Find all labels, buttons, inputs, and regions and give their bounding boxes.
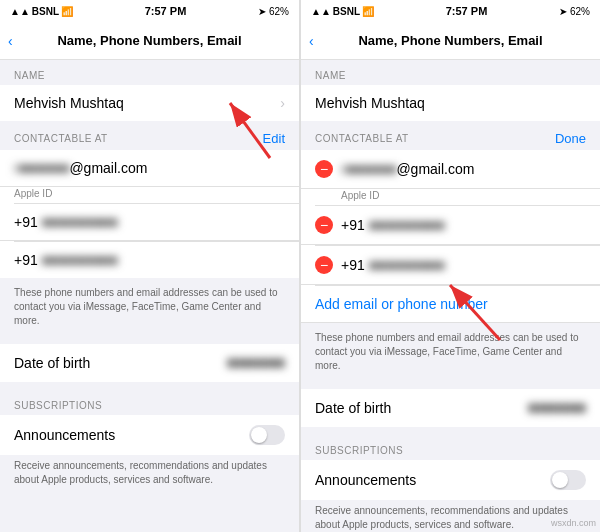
date-birth-row-left[interactable]: Date of birth ■■■■■■ [0, 344, 299, 382]
name-section-label-right: NAME [301, 60, 600, 85]
date-birth-row-right[interactable]: Date of birth ■■■■■■ [301, 389, 600, 427]
subs-card-right: Announcements [301, 460, 600, 500]
email-sublabel-left: Apple ID [0, 187, 299, 203]
phone1-prefix-right: +91 [341, 217, 365, 233]
subs-card-left: Announcements [0, 415, 299, 455]
right-icons-right: ➤ 62% [559, 6, 590, 17]
info-text-right: These phone numbers and email addresses … [301, 323, 600, 381]
date-birth-label-right: Date of birth [315, 400, 528, 416]
direction-icon-right: ➤ [559, 6, 567, 17]
subs-label-left: SUBSCRIPTIONS [0, 390, 299, 415]
wifi-icon-left: 📶 [61, 6, 73, 17]
signal-icon-right: ▲▲ [311, 6, 331, 17]
announcements-toggle-right[interactable] [550, 470, 586, 490]
back-button-right[interactable]: ‹ [309, 33, 314, 49]
email-blurred-right: r■■■■■■ [341, 161, 396, 177]
date-birth-value-right: ■■■■■■ [528, 399, 586, 417]
name-section-label-left: NAME [0, 60, 299, 85]
phone1-row-right[interactable]: +91 ■■■■■■■■■ [301, 206, 600, 245]
carrier-right: ▲▲ BSNL 📶 [311, 6, 374, 17]
panels-container: ▲▲ BSNL 📶 7:57 PM ➤ 62% ‹ Name, Phone Nu… [0, 0, 600, 532]
signal-icon-left: ▲▲ [10, 6, 30, 17]
name-value-left: Mehvish Mushtaq [14, 95, 280, 111]
date-birth-section-right: Date of birth ■■■■■■ [301, 389, 600, 427]
email-sublabel-right: Apple ID [301, 189, 600, 205]
contactable-card-left: r■■■■■■@gmail.com Apple ID +91 ■■■■■■■■■… [0, 150, 299, 278]
back-chevron-left: ‹ [8, 33, 13, 49]
watermark: wsxdn.com [551, 518, 596, 528]
announcements-toggle-left[interactable] [249, 425, 285, 445]
email-blurred-left: r■■■■■■ [14, 160, 69, 176]
contactable-label-right: CONTACTABLE AT [315, 133, 409, 144]
announcements-label-left: Announcements [14, 427, 249, 443]
battery-right: 62% [570, 6, 590, 17]
phone1-prefix-left: +91 [14, 214, 38, 230]
phone2-row-left[interactable]: +91 ■■■■■■■■■ [0, 242, 299, 278]
status-bar-right: ▲▲ BSNL 📶 7:57 PM ➤ 62% [301, 0, 600, 22]
phone2-blurred-left: ■■■■■■■■■ [42, 252, 118, 268]
subscriptions-section-left: SUBSCRIPTIONS Announcements Receive anno… [0, 390, 299, 493]
nav-title-right: Name, Phone Numbers, Email [358, 33, 542, 48]
info-text-left: These phone numbers and email addresses … [0, 278, 299, 336]
phone1-blurred-left: ■■■■■■■■■ [42, 214, 118, 230]
phone1-blurred-right: ■■■■■■■■■ [369, 217, 445, 233]
email-domain-left: @gmail.com [69, 160, 147, 176]
phone1-row-left[interactable]: +91 ■■■■■■■■■ [0, 204, 299, 241]
email-row-left[interactable]: r■■■■■■@gmail.com [0, 150, 299, 187]
name-chevron-left: › [280, 95, 285, 111]
carrier-left: ▲▲ BSNL 📶 [10, 6, 73, 17]
email-domain-right: @gmail.com [396, 161, 474, 177]
panel-right: ▲▲ BSNL 📶 7:57 PM ➤ 62% ‹ Name, Phone Nu… [300, 0, 600, 532]
phone2-prefix-left: +91 [14, 252, 38, 268]
name-row-right[interactable]: Mehvish Mushtaq [301, 85, 600, 121]
phone2-prefix-right: +91 [341, 257, 365, 273]
date-birth-section-left: Date of birth ■■■■■■ [0, 344, 299, 382]
name-value-right: Mehvish Mushtaq [315, 95, 586, 111]
phone2-row-right[interactable]: +91 ■■■■■■■■■ [301, 246, 600, 285]
announcements-label-right: Announcements [315, 472, 550, 488]
date-birth-value-left: ■■■■■■ [227, 354, 285, 372]
announcements-desc-left: Receive announcements, recommendations a… [0, 455, 299, 493]
nav-bar-left: ‹ Name, Phone Numbers, Email [0, 22, 299, 60]
add-email-phone-link[interactable]: Add email or phone number [301, 286, 600, 323]
phone2-minus-icon[interactable] [315, 256, 333, 274]
direction-icon-left: ➤ [258, 6, 266, 17]
panel-left: ▲▲ BSNL 📶 7:57 PM ➤ 62% ‹ Name, Phone Nu… [0, 0, 300, 532]
date-birth-label-left: Date of birth [14, 355, 227, 371]
back-chevron-right: ‹ [309, 33, 314, 49]
phone2-blurred-right: ■■■■■■■■■ [369, 257, 445, 273]
back-button-left[interactable]: ‹ [8, 33, 13, 49]
done-button-right[interactable]: Done [555, 131, 586, 146]
right-icons-left: ➤ 62% [258, 6, 289, 17]
contactable-card-right: r■■■■■■@gmail.com Apple ID +91 ■■■■■■■■■ [301, 150, 600, 323]
time-right: 7:57 PM [446, 5, 488, 17]
contactable-label-left: CONTACTABLE AT [14, 133, 108, 144]
name-card-right: Mehvish Mushtaq [301, 85, 600, 121]
battery-left: 62% [269, 6, 289, 17]
status-bar-left: ▲▲ BSNL 📶 7:57 PM ➤ 62% [0, 0, 299, 22]
announcements-row-left: Announcements [0, 415, 299, 455]
email-minus-icon[interactable] [315, 160, 333, 178]
name-card-left: Mehvish Mushtaq › [0, 85, 299, 121]
contactable-header-left: CONTACTABLE AT Edit [0, 121, 299, 150]
nav-bar-right: ‹ Name, Phone Numbers, Email [301, 22, 600, 60]
announcements-row-right: Announcements [301, 460, 600, 500]
edit-button-left[interactable]: Edit [263, 131, 285, 146]
subs-label-right: SUBSCRIPTIONS [301, 435, 600, 460]
name-row-left[interactable]: Mehvish Mushtaq › [0, 85, 299, 121]
email-row-right[interactable]: r■■■■■■@gmail.com [301, 150, 600, 189]
time-left: 7:57 PM [145, 5, 187, 17]
contactable-header-right: CONTACTABLE AT Done [301, 121, 600, 150]
wifi-icon-right: 📶 [362, 6, 374, 17]
nav-title-left: Name, Phone Numbers, Email [57, 33, 241, 48]
phone1-minus-icon[interactable] [315, 216, 333, 234]
